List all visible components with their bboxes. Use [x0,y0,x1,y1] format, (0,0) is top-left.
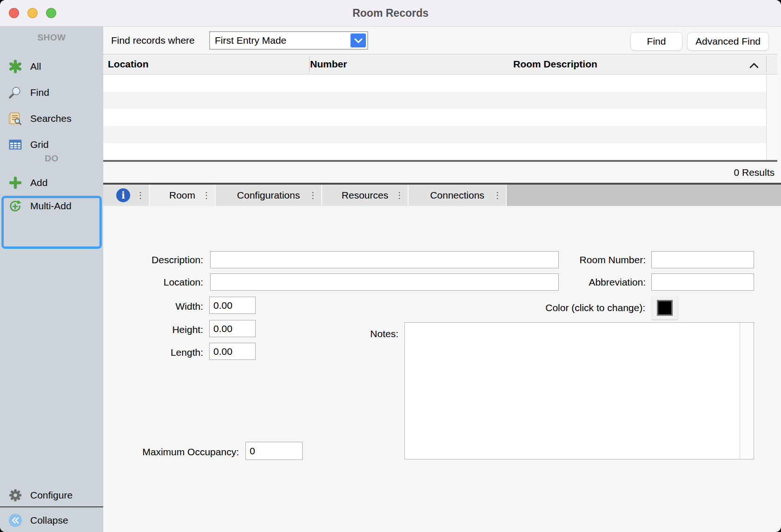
sidebar-item-label: Multi-Add [30,200,72,212]
width-field[interactable] [209,297,256,314]
saved-searches-icon [7,112,23,126]
description-label: Description: [152,253,203,266]
plus-icon [7,176,23,189]
sidebar-item-configure[interactable]: Configure [0,484,103,507]
tab-label: Connections [430,190,484,201]
grid-icon [7,138,23,152]
length-label: Length: [171,346,203,359]
notes-field-container [404,322,754,459]
sidebar: SHOW All Find Searches Grid DO [0,27,103,532]
description-field[interactable] [210,251,559,268]
color-label: Color (click to change): [545,301,645,314]
sidebar-item-find[interactable]: Find [0,80,103,105]
sidebar-item-collapse[interactable]: Collapse [0,509,103,532]
length-field[interactable] [209,343,256,360]
maximum-occupancy-field[interactable] [245,442,303,460]
sidebar-item-label: All [30,61,41,72]
find-button[interactable]: Find [630,32,682,51]
results-table-body [103,74,766,160]
tab-menu-dots-icon[interactable]: ⋮ [202,191,211,200]
color-swatch-button[interactable] [652,296,678,319]
asterisk-icon [7,60,23,73]
column-header-room-description[interactable]: Room Description [513,54,597,74]
tab-resources[interactable]: Resources ⋮ [322,185,408,206]
sidebar-item-label: Collapse [30,515,68,526]
maximum-occupancy-label: Maximum Occupancy: [142,446,239,459]
location-label: Location: [164,276,203,289]
advanced-find-button[interactable]: Advanced Find [687,32,769,51]
window-title: Room Records [0,0,781,27]
tab-menu-dots-icon[interactable]: ⋮ [136,191,145,200]
column-header-number[interactable]: Number [310,54,347,74]
tabbar-filler [507,185,781,206]
results-count: 0 Results [103,162,774,183]
title-bar: Room Records [0,0,781,27]
tab-label: Configurations [237,190,300,201]
sidebar-item-label: Find [30,87,49,98]
sidebar-item-label: Searches [30,113,72,124]
find-field-dropdown[interactable]: First Entry Made [209,31,368,50]
tab-connections[interactable]: Connections ⋮ [409,185,506,206]
column-divider [766,56,767,72]
room-number-label: Room Number: [580,253,646,266]
tab-label: Room [169,190,195,201]
dropdown-value: First Entry Made [210,32,349,49]
table-scrollbar-track[interactable] [766,74,777,160]
magnifier-icon [7,86,23,100]
sidebar-item-label: Configure [30,490,73,501]
tab-menu-dots-icon[interactable]: ⋮ [493,191,502,200]
sidebar-section-show: SHOW [0,33,103,43]
height-field[interactable] [209,320,256,337]
location-field[interactable] [210,273,559,291]
find-records-where-label: Find records where [111,27,195,54]
sidebar-item-label: Add [30,177,47,188]
sidebar-item-multi-add[interactable]: Multi-Add [0,195,103,217]
tab-room[interactable]: Room ⋮ [150,185,215,206]
chevron-down-icon[interactable] [351,33,366,47]
app-window: Room Records SHOW All Find Searches [0,0,781,532]
tab-menu-dots-icon[interactable]: ⋮ [309,191,317,200]
notes-scrollbar-track[interactable] [740,323,754,459]
notes-field[interactable] [405,323,740,459]
multi-add-icon [7,199,23,213]
sidebar-section-do: DO [0,153,103,164]
color-swatch [657,300,673,316]
gear-icon [7,488,23,502]
sidebar-item-searches[interactable]: Searches [0,106,103,131]
height-label: Height: [172,323,203,336]
column-divider [309,56,310,72]
width-label: Width: [175,300,203,313]
tab-info[interactable]: i ⋮ [103,185,149,206]
chevron-up-icon [749,62,759,70]
abbreviation-label: Abbreviation: [589,276,646,289]
tab-configurations[interactable]: Configurations ⋮ [216,185,321,206]
tab-label: Resources [342,190,388,201]
results-table-header: Location Number Room Description [103,54,777,74]
collapse-icon [7,513,23,527]
sidebar-item-all[interactable]: All [0,54,103,79]
tab-menu-dots-icon[interactable]: ⋮ [395,191,404,200]
tab-bar: i ⋮ Room ⋮ Configurations ⋮ Resources ⋮ … [103,185,781,206]
info-icon: i [116,188,130,202]
room-number-field[interactable] [651,251,754,268]
sidebar-item-label: Grid [30,139,49,150]
notes-label: Notes: [370,327,398,340]
column-header-location[interactable]: Location [108,54,149,74]
sidebar-item-add[interactable]: Add [0,172,103,194]
abbreviation-field[interactable] [651,273,754,291]
